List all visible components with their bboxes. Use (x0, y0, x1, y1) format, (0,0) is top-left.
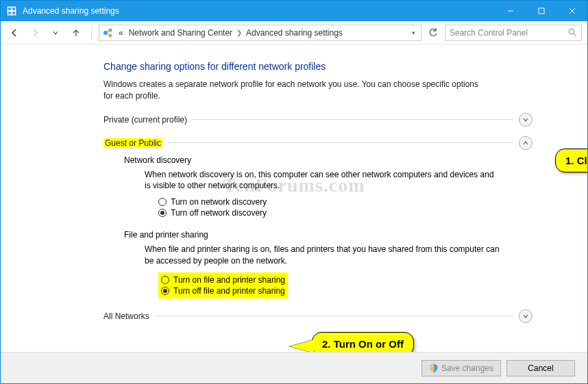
close-button[interactable] (556, 1, 587, 21)
window-title: Advanced sharing settings (23, 6, 495, 16)
collapse-guest-icon[interactable] (519, 136, 532, 150)
refresh-button[interactable] (426, 25, 441, 40)
svg-line-12 (107, 31, 109, 32)
svg-point-14 (569, 29, 574, 34)
search-input[interactable]: Search Control Panel (445, 25, 582, 41)
callout-turn-on-off: 2. Turn On or Off (312, 332, 414, 352)
radio-selected-icon (161, 287, 169, 295)
breadcrumb-network-center[interactable]: Network and Sharing Center (127, 28, 234, 38)
svg-line-13 (107, 34, 109, 35)
section-allnet-label: All Networks (103, 311, 149, 321)
back-button[interactable] (6, 25, 23, 41)
radio-icon (158, 198, 167, 206)
radio-fp-off[interactable]: Turn off file and printer sharing (161, 286, 285, 296)
breadcrumb-prefix: « (117, 28, 125, 38)
section-private[interactable]: Private (current profile) (103, 113, 532, 127)
network-center-icon (102, 27, 114, 39)
recent-locations-button[interactable] (47, 25, 64, 41)
svg-line-15 (574, 34, 576, 36)
svg-rect-2 (12, 8, 15, 10)
radio-fp-on[interactable]: Turn on file and printer sharing (161, 275, 285, 285)
save-changes-button[interactable]: Save changes (421, 360, 501, 376)
search-icon (568, 28, 577, 37)
up-button[interactable] (68, 25, 84, 41)
expand-allnet-icon[interactable] (519, 309, 532, 323)
svg-point-10 (109, 28, 112, 31)
breadcrumb-advanced-sharing[interactable]: Advanced sharing settings (245, 28, 344, 38)
section-private-label: Private (current profile) (103, 115, 187, 125)
minimize-button[interactable] (495, 1, 526, 21)
radio-selected-icon (158, 209, 167, 217)
file-printer-text: When file and printer sharing is on, fil… (145, 244, 501, 267)
file-printer-title: File and printer sharing (124, 230, 532, 240)
section-guest[interactable]: Guest or Public (103, 136, 532, 150)
address-bar[interactable]: « Network and Sharing Center ❯ Advanced … (99, 25, 421, 41)
svg-rect-4 (12, 12, 15, 14)
title-bar: Advanced sharing settings (1, 1, 587, 21)
control-panel-icon (6, 5, 17, 16)
address-dropdown-icon[interactable]: ▾ (412, 29, 415, 36)
network-discovery-title: Network discovery (124, 155, 532, 165)
forward-button[interactable] (27, 25, 43, 41)
svg-rect-3 (8, 12, 11, 14)
svg-rect-6 (539, 8, 544, 14)
section-all-networks[interactable]: All Networks (103, 309, 532, 323)
page-description: Windows creates a separate network profi… (103, 79, 487, 102)
section-guest-label: Guest or Public (103, 138, 162, 148)
svg-rect-1 (8, 8, 11, 10)
chevron-right-icon[interactable]: ❯ (236, 29, 242, 36)
button-bar: Save changes Cancel (1, 352, 587, 383)
callout-click-on: 1. Click on (555, 149, 587, 172)
nav-bar: « Network and Sharing Center ❯ Advanced … (1, 21, 587, 44)
network-discovery-text: When network discovery is on, this compu… (145, 169, 501, 192)
cancel-button[interactable]: Cancel (506, 360, 575, 376)
svg-point-9 (103, 31, 108, 35)
network-discovery-options: Turn on network discovery Turn off netwo… (158, 197, 532, 218)
svg-point-11 (109, 34, 112, 37)
maximize-button[interactable] (526, 1, 556, 21)
shield-icon (429, 363, 439, 373)
content-area: TenForums.com Change sharing options for… (1, 44, 587, 352)
search-placeholder: Search Control Panel (450, 28, 528, 38)
page-heading: Change sharing options for different net… (103, 61, 532, 72)
expand-private-icon[interactable] (519, 113, 532, 127)
radio-nd-on[interactable]: Turn on network discovery (158, 197, 532, 207)
file-printer-options: Turn on file and printer sharing Turn of… (158, 272, 288, 298)
radio-nd-off[interactable]: Turn off network discovery (158, 208, 532, 218)
radio-icon (161, 276, 169, 284)
guest-subsection: Network discovery When network discovery… (124, 155, 532, 298)
